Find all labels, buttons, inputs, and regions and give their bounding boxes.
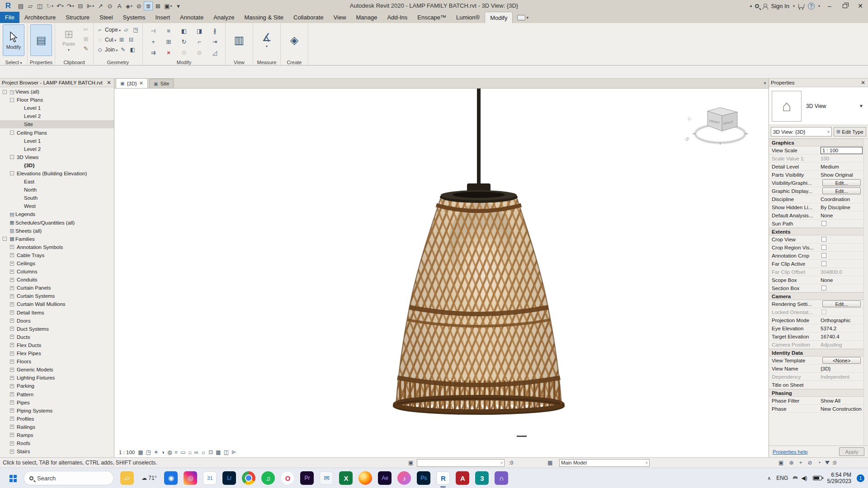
tree-item[interactable]: - Floor Plans bbox=[0, 96, 114, 104]
tree-item[interactable]: - Elevations (Building Elevation) bbox=[0, 169, 114, 178]
paste-button[interactable]: ⊞ Paste bbox=[58, 24, 80, 56]
property-row[interactable]: Graphics bbox=[769, 139, 868, 146]
move-icon[interactable]: + bbox=[149, 38, 158, 46]
opera-icon[interactable]: O bbox=[281, 471, 294, 485]
property-row[interactable]: Dependency Independent Independent Indep… bbox=[769, 373, 868, 381]
geometry-extra-icon[interactable]: ▱ bbox=[122, 27, 130, 33]
tree-item[interactable]: ▥ Sheets (all) bbox=[0, 227, 114, 235]
tree-expander-icon[interactable]: + bbox=[10, 368, 14, 372]
ribbon-tab[interactable]: Insert bbox=[151, 12, 175, 23]
chrome-icon[interactable] bbox=[242, 471, 255, 485]
lightroom-icon[interactable]: Lr bbox=[222, 471, 236, 485]
property-row[interactable]: Graphic Display... Edit... Edit... Edit.… bbox=[769, 187, 868, 195]
displaced-elements-icon[interactable]: ◫ bbox=[224, 449, 229, 455]
tree-item[interactable]: + Cable Trays bbox=[0, 251, 114, 259]
taskbar-search[interactable]: Search bbox=[24, 471, 114, 485]
mail-app-icon[interactable]: ✉ bbox=[320, 471, 333, 485]
tree-expander-icon[interactable]: + bbox=[10, 319, 14, 323]
battery-icon[interactable] bbox=[813, 476, 822, 480]
tree-expander-icon[interactable]: + bbox=[10, 343, 14, 347]
view-tab[interactable]: ▣ Site bbox=[149, 79, 174, 88]
property-row[interactable]: Crop View bbox=[769, 235, 868, 244]
ribbon-tab[interactable]: Architecture bbox=[19, 12, 61, 23]
section-icon[interactable]: ⊘ bbox=[134, 1, 143, 10]
tree-item[interactable]: + Detail Items bbox=[0, 309, 114, 317]
measure-constraints-icon[interactable]: ⊫ bbox=[231, 449, 236, 455]
select-panel-label[interactable]: Select bbox=[0, 60, 27, 65]
property-edit-button[interactable]: Edit... bbox=[822, 300, 861, 307]
open-icon[interactable]: ▱ bbox=[26, 1, 35, 10]
property-checkbox[interactable] bbox=[821, 261, 826, 266]
tree-item[interactable]: + Columns bbox=[0, 267, 114, 276]
ribbon-tab[interactable]: Analyze bbox=[208, 12, 239, 23]
ribbon-tab[interactable]: Lumion® bbox=[451, 12, 485, 23]
tree-item[interactable]: + Conduits bbox=[0, 276, 114, 284]
tree-item[interactable]: West bbox=[0, 202, 114, 210]
property-row[interactable]: Section Box bbox=[769, 284, 868, 292]
ribbon-tab[interactable]: Collaborate bbox=[288, 12, 329, 23]
align-icon[interactable]: ⊣ bbox=[149, 27, 158, 35]
editable-only-icon[interactable]: ▣ bbox=[778, 460, 783, 466]
aligned-dimension-icon[interactable]: ↗ bbox=[96, 1, 105, 10]
ribbon-tab[interactable]: Annotate bbox=[175, 12, 208, 23]
tree-expander-icon[interactable]: - bbox=[3, 90, 7, 94]
property-edit-button[interactable]: Edit... bbox=[822, 188, 861, 194]
modify-select-button[interactable]: Modify bbox=[3, 24, 24, 56]
geometry-extra-icon[interactable]: ◳ bbox=[132, 27, 140, 33]
tree-expander-icon[interactable]: + bbox=[10, 433, 14, 437]
property-row[interactable]: Projection Mode Orthographic Orthographi… bbox=[769, 316, 868, 324]
tree-item[interactable]: + Railings bbox=[0, 423, 114, 431]
ribbon-tab[interactable]: Structure bbox=[61, 12, 94, 23]
excel-icon[interactable]: X bbox=[339, 471, 353, 485]
instagram-icon[interactable]: ◎ bbox=[184, 471, 197, 485]
tree-expander-icon[interactable]: + bbox=[10, 310, 14, 314]
close-project-browser-icon[interactable]: ✕ bbox=[106, 80, 112, 86]
tree-expander-icon[interactable]: + bbox=[10, 376, 14, 380]
show-crop-region-icon[interactable]: ▭ bbox=[180, 449, 185, 455]
temporary-hide-isolate-icon[interactable]: ☼ bbox=[201, 449, 206, 455]
tree-expander-icon[interactable]: + bbox=[10, 245, 14, 249]
tree-expander-icon[interactable]: + bbox=[10, 278, 14, 282]
property-row[interactable]: Phase New Construction New Construction … bbox=[769, 405, 868, 413]
trim-extend-single-icon[interactable]: ⇥ bbox=[210, 38, 219, 46]
start-button[interactable] bbox=[4, 469, 22, 487]
tree-expander-icon[interactable]: + bbox=[10, 286, 14, 290]
steering-wheel-handle[interactable] bbox=[517, 436, 527, 437]
properties-scrollbar[interactable] bbox=[863, 139, 868, 446]
tree-item[interactable]: - ▩ Families bbox=[0, 235, 114, 243]
type-dropdown-icon[interactable]: ▼ bbox=[859, 103, 865, 108]
tree-expander-icon[interactable]: + bbox=[10, 450, 14, 454]
property-checkbox[interactable] bbox=[821, 245, 826, 250]
sign-in-dropdown-icon[interactable]: ▾ bbox=[793, 4, 795, 8]
locked-3d-view-icon[interactable]: ⌂ bbox=[188, 449, 191, 455]
trim-corner-icon[interactable]: ⌐ bbox=[195, 38, 204, 46]
tree-expander-icon[interactable]: + bbox=[10, 352, 14, 356]
property-row[interactable]: Phase Filter Show All Show All Show All bbox=[769, 397, 868, 405]
property-row[interactable]: Discipline Coordination Coordination Coo… bbox=[769, 195, 868, 203]
tree-item[interactable]: + Curtain Panels bbox=[0, 284, 114, 292]
detail-level-icon[interactable]: ◳ bbox=[146, 449, 151, 455]
tree-expander-icon[interactable]: + bbox=[10, 400, 14, 404]
property-row[interactable]: Scope Box None None None bbox=[769, 276, 868, 284]
notification-badge[interactable]: 1 bbox=[857, 474, 864, 482]
ribbon-tab[interactable]: Manage bbox=[351, 12, 382, 23]
property-checkbox[interactable] bbox=[821, 310, 826, 314]
tree-item[interactable]: {3D} bbox=[0, 161, 114, 169]
clock[interactable]: 6:54 PM 5/29/2023 bbox=[827, 472, 851, 484]
ribbon-tab[interactable]: File bbox=[0, 12, 19, 23]
property-checkbox[interactable] bbox=[821, 253, 826, 258]
property-row[interactable]: Crop Region Vis... bbox=[769, 244, 868, 252]
property-row[interactable]: Phasing bbox=[769, 389, 868, 397]
model-viewport[interactable]: FRONT RIGHT ⌂ ↺ 1 : 100 ▦◳☀◑◍⌗▭⌂∞☼⊡▩◫⊫ bbox=[114, 89, 769, 457]
tree-item[interactable]: North bbox=[0, 186, 114, 194]
photoshop-icon[interactable]: Ps bbox=[417, 471, 430, 485]
close-inactive-windows-icon[interactable]: ⊠ bbox=[153, 1, 162, 10]
property-checkbox[interactable] bbox=[821, 286, 826, 291]
ribbon-tab[interactable]: Modify bbox=[485, 12, 513, 23]
after-effects-icon[interactable]: Ae bbox=[378, 471, 392, 485]
tree-item[interactable]: + Doors bbox=[0, 317, 114, 325]
app-menu-icon[interactable]: ▤ bbox=[16, 1, 25, 10]
property-row[interactable]: View Name {3D} {3D} {3D} bbox=[769, 365, 868, 373]
close-view-tab-icon[interactable]: ✕ bbox=[139, 80, 143, 86]
camera-app-icon[interactable]: ◉ bbox=[164, 471, 178, 485]
